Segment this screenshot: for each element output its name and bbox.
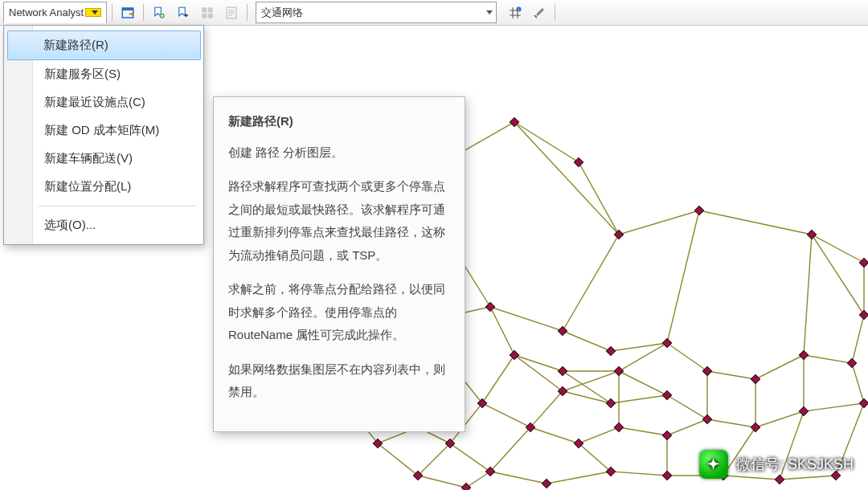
watermark: ✦ 微信号: SKSJKSH [699,450,854,479]
network-analyst-dropdown[interactable]: Network Analyst [3,2,107,23]
directions-button [221,2,242,23]
menu-item-label: 新建 OD 成本矩阵(M) [44,123,159,137]
svg-rect-53 [208,13,213,18]
chevron-down-icon [85,8,101,17]
network-dataset-combo[interactable]: 交通网络 [256,2,497,23]
menu-item-label: 新建位置分配(L) [44,179,131,193]
svg-rect-48 [122,8,133,10]
svg-rect-7 [510,350,518,359]
svg-rect-2 [694,206,703,214]
svg-rect-51 [208,7,213,12]
menu-item-label: 新建服务区(S) [44,67,121,80]
menu-item-new-service-area[interactable]: 新建服务区(S) [4,60,203,88]
combo-value: 交通网络 [261,6,303,20]
menu-item-options[interactable]: 选项(O)... [4,211,203,239]
svg-rect-23 [847,358,856,367]
menu-item-new-od-matrix[interactable]: 新建 OD 成本矩阵(M) [4,116,203,145]
svg-rect-52 [202,13,207,18]
svg-rect-24 [859,398,868,407]
svg-rect-18 [702,366,711,375]
svg-text:i: i [518,6,519,11]
svg-rect-43 [606,398,615,407]
toolbar: Network Analyst 交通网络 i [0,0,868,26]
svg-rect-22 [799,406,808,415]
na-window-button[interactable] [117,2,138,23]
menu-item-label: 新建路径(R) [43,38,108,51]
svg-rect-19 [751,374,760,383]
svg-rect-3 [807,230,816,239]
svg-rect-17 [702,414,711,423]
wechat-icon: ✦ [699,450,728,479]
separator [247,4,248,21]
tooltip-paragraph: 创建 路径 分析图层。 [228,141,450,165]
separator [143,4,144,21]
identify-network-button[interactable]: i [505,2,526,23]
svg-rect-21 [751,423,760,431]
menu-item-new-route[interactable]: 新建路径(R) [35,31,201,60]
chevron-down-icon [486,10,493,14]
build-network-button[interactable] [529,2,550,23]
menu-item-new-closest-facility[interactable]: 新建最近设施点(C) [4,88,203,116]
menu-item-new-location-allocation[interactable]: 新建位置分配(L) [4,173,203,201]
svg-rect-5 [485,302,494,311]
watermark-label: 微信号: SKSJKSH [736,455,854,474]
tooltip-paragraph: 如果网络数据集图层不在内容列表中，则禁用。 [228,358,450,404]
svg-rect-11 [606,346,615,355]
svg-rect-33 [542,479,551,488]
menu-separator [38,206,197,206]
separator [555,4,555,21]
solve-button [197,2,218,23]
tooltip-panel: 新建路径(R) 创建 路径 分析图层。 路径求解程序可查找两个或更多个停靠点之间… [213,96,465,432]
menu-item-label: 选项(O)... [44,218,96,231]
svg-rect-9 [614,366,623,375]
tooltip-title: 新建路径(R) [228,110,450,133]
tooltip-paragraph: 路径求解程序可查找两个或更多个停靠点之间的最短或最快路径。该求解程序可通过重新排… [228,175,450,267]
svg-rect-16 [662,431,671,439]
svg-rect-50 [202,7,207,12]
dropdown-label: Network Analyst [9,6,84,18]
separator [112,4,113,21]
svg-rect-44 [558,366,567,375]
svg-rect-20 [799,350,808,359]
menu-item-new-vrp[interactable]: 新建车辆配送(V) [4,145,203,173]
create-network-location-button[interactable] [149,2,170,23]
menu-item-label: 新建车辆配送(V) [44,151,133,165]
svg-rect-4 [859,258,868,267]
svg-rect-41 [461,483,470,490]
network-analyst-menu: 新建路径(R) 新建服务区(S) 新建最近设施点(C) 新建 OD 成本矩阵(M… [3,25,204,245]
svg-rect-46 [574,157,583,166]
svg-rect-10 [662,338,671,347]
select-network-location-button[interactable] [173,2,194,23]
svg-rect-27 [662,471,671,480]
tooltip-paragraph: 求解之前，将停靠点分配给路径，以便同时求解多个路径。使用停靠点的 RouteNa… [228,278,450,347]
svg-rect-15 [614,423,623,431]
svg-rect-6 [558,326,567,335]
menu-item-label: 新建最近设施点(C) [44,95,145,108]
svg-rect-25 [859,310,868,319]
svg-rect-42 [662,390,671,399]
